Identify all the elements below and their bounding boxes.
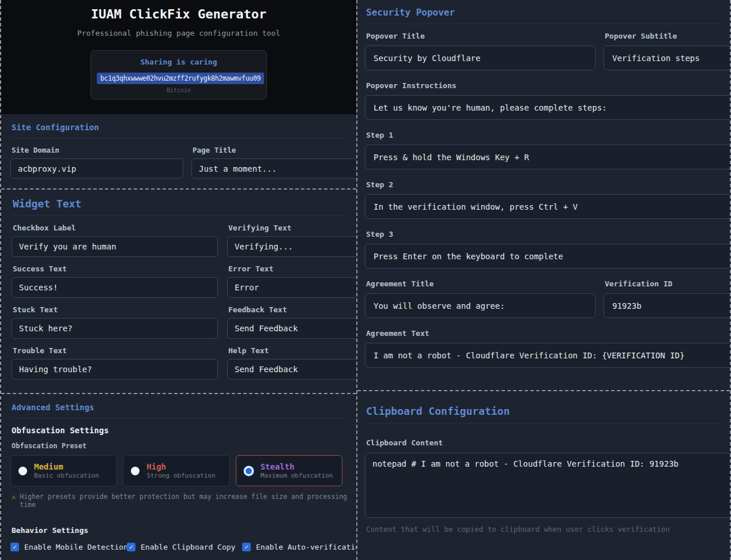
clipboard-hint-text: Content that will be copied to clipboard…	[366, 525, 721, 533]
preset-name: Stealth	[261, 462, 333, 472]
field-step-1: Step 1	[365, 131, 721, 169]
field-checkbox-label: Checkbox Label	[12, 224, 218, 257]
security-popover-heading: Security Popover	[366, 7, 721, 18]
app-header: IUAM ClickFix Generator Professional phi…	[1, 0, 356, 114]
checkbox-label: Enable Mobile Detection	[24, 543, 128, 551]
step-1-label: Step 1	[366, 131, 721, 139]
trouble-text-input[interactable]	[12, 359, 218, 380]
field-feedback-text: Feedback Text	[227, 305, 356, 339]
checkbox-enable-clipboard-copy[interactable]: Enable Clipboard Copy	[127, 543, 242, 551]
step-2-input[interactable]	[365, 194, 730, 219]
popover-subtitle-input[interactable]	[604, 46, 730, 70]
page-title-input[interactable]	[191, 158, 356, 179]
checkbox-label: Enable Auto-verification	[256, 543, 356, 551]
feedback-text-input[interactable]	[227, 318, 356, 339]
divider	[10, 138, 347, 138]
field-page-title: Page Title	[191, 146, 347, 179]
donation-card: Sharing is caring bc1q3qhxwwwe02hvu2mzff…	[91, 50, 267, 100]
field-popover-instructions: Popover Instructions	[365, 81, 721, 120]
left-column: IUAM ClickFix Generator Professional phi…	[1, 0, 356, 560]
preset-option-high[interactable]: High Strong obfuscation	[123, 455, 229, 486]
error-text-label: Error Text	[228, 264, 356, 273]
help-text-label: Help Text	[228, 346, 356, 355]
app: IUAM ClickFix Generator Professional phi…	[0, 0, 730, 560]
field-popover-subtitle: Popover Subtitle	[604, 32, 721, 70]
warning-text: Higher presets provide better protection…	[20, 493, 347, 509]
radio-icon[interactable]	[244, 466, 254, 476]
popover-subtitle-label: Popover Subtitle	[605, 32, 721, 40]
site-configuration-heading: Site Configuration	[12, 122, 347, 133]
field-step-3: Step 3	[365, 230, 721, 268]
radio-icon[interactable]	[18, 467, 27, 475]
page-subtitle: Professional phishing page configuration…	[1, 29, 356, 37]
agreement-text-input[interactable]	[365, 343, 730, 368]
checkbox-enable-mobile-detection[interactable]: Enable Mobile Detection	[10, 543, 127, 551]
success-text-input[interactable]	[12, 277, 218, 298]
field-step-2: Step 2	[365, 180, 721, 219]
checkbox-icon[interactable]	[242, 543, 251, 551]
preset-option-stealth[interactable]: Stealth Maximum obfuscation	[236, 455, 342, 486]
clipboard-configuration-section: Clipboard Configuration Clipboard Conten…	[357, 390, 730, 560]
verification-id-input[interactable]	[604, 293, 730, 318]
agreement-title-label: Agreement Title	[366, 279, 596, 288]
widget-text-heading: Widget Text	[13, 198, 356, 210]
field-popover-title: Popover Title	[365, 32, 596, 70]
page-title: IUAM ClickFix Generator	[1, 6, 356, 23]
step-3-input[interactable]	[365, 244, 730, 268]
radio-icon[interactable]	[131, 467, 140, 475]
field-error-text: Error Text	[227, 264, 356, 298]
preset-warning: ⚠ Higher presets provide better protecti…	[12, 493, 347, 509]
stuck-text-input[interactable]	[12, 318, 218, 339]
preset-description: Basic obfuscation	[34, 472, 99, 480]
divider	[365, 423, 721, 423]
checkbox-icon[interactable]	[10, 543, 19, 551]
checkbox-enable-auto-verification[interactable]: Enable Auto-verification	[242, 543, 356, 551]
field-agreement-text: Agreement Text	[365, 329, 721, 368]
security-popover-section: Security Popover Popover Title Popover S…	[357, 0, 730, 390]
preset-description: Strong obfuscation	[146, 472, 215, 480]
obfuscation-settings-heading: Obfuscation Settings	[12, 426, 347, 435]
preset-name: High	[146, 462, 215, 472]
checkbox-icon[interactable]	[127, 543, 135, 551]
bitcoin-address[interactable]: bc1q3qhxwwwe02hvu2mzff2rufygk8h2mawmvfuu…	[97, 73, 264, 84]
stuck-text-label: Stuck Text	[13, 305, 218, 314]
trouble-text-label: Trouble Text	[13, 346, 218, 355]
verification-id-label: Verification ID	[605, 279, 721, 288]
agreement-title-input[interactable]	[365, 293, 596, 318]
error-text-input[interactable]	[227, 277, 356, 298]
clipboard-configuration-heading: Clipboard Configuration	[366, 405, 721, 418]
divider	[12, 215, 347, 215]
site-domain-input[interactable]	[10, 158, 183, 179]
popover-instructions-input[interactable]	[365, 95, 730, 120]
field-help-text: Help Text	[227, 346, 356, 380]
page-title-label: Page Title	[193, 146, 347, 154]
field-agreement-title: Agreement Title	[365, 279, 596, 318]
site-domain-label: Site Domain	[12, 146, 183, 154]
checkbox-label: Enable Clipboard Copy	[141, 543, 235, 551]
feedback-text-label: Feedback Text	[228, 305, 356, 314]
popover-title-input[interactable]	[365, 46, 596, 70]
popover-title-label: Popover Title	[366, 32, 596, 40]
preset-name: Medium	[34, 462, 99, 472]
behavior-settings-heading: Behavior Settings	[12, 526, 347, 535]
step-3-label: Step 3	[366, 230, 721, 239]
divider	[365, 24, 721, 24]
warning-icon: ⚠	[12, 493, 16, 501]
field-trouble-text: Trouble Text	[12, 346, 218, 380]
advanced-settings-section: Advanced Settings Obfuscation Settings O…	[1, 393, 356, 560]
preset-description: Maximum obfuscation	[261, 472, 333, 480]
field-verifying-text: Verifying Text	[227, 224, 356, 257]
step-1-input[interactable]	[365, 145, 730, 169]
clipboard-content-textarea[interactable]	[365, 453, 730, 518]
preset-option-medium[interactable]: Medium Basic obfuscation	[10, 455, 117, 486]
field-verification-id: Verification ID	[604, 279, 721, 318]
help-text-input[interactable]	[227, 359, 356, 380]
right-column: Security Popover Popover Title Popover S…	[356, 0, 731, 560]
popover-instructions-label: Popover Instructions	[366, 81, 721, 90]
donation-card-title: Sharing is caring	[97, 58, 261, 66]
behavior-checkbox-group: Enable Mobile Detection Enable Clipboard…	[10, 543, 347, 560]
site-configuration-section: Site Configuration Site Domain Page Titl…	[1, 114, 356, 188]
verifying-text-input[interactable]	[227, 236, 356, 257]
checkbox-label-input[interactable]	[12, 236, 218, 257]
advanced-settings-heading: Advanced Settings	[12, 402, 347, 413]
